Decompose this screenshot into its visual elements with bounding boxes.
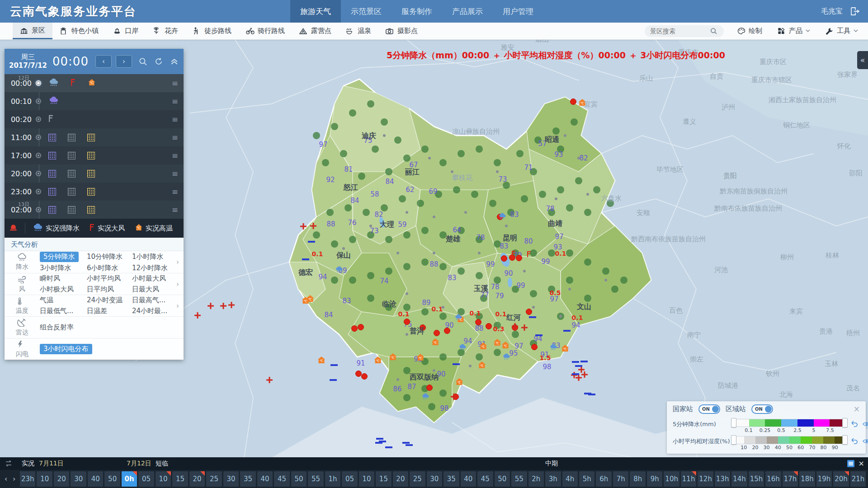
station-dot[interactable] <box>575 177 582 184</box>
time-step-button[interactable]: 10 <box>156 471 171 487</box>
station-dot[interactable] <box>439 389 447 397</box>
time-step-button[interactable]: 30 <box>71 471 86 487</box>
station-dot[interactable] <box>530 290 537 297</box>
station-dot[interactable] <box>385 267 392 275</box>
analysis-item[interactable]: 瞬时风 <box>40 274 87 283</box>
close-icon[interactable]: × <box>854 404 860 413</box>
user-name[interactable]: 毛兆宝 <box>821 7 843 16</box>
time-row-radio[interactable] <box>36 135 41 140</box>
station-dot[interactable] <box>439 353 447 361</box>
station-dot[interactable] <box>417 200 424 207</box>
nav-item[interactable]: 服务制作 <box>392 0 442 23</box>
time-step-button[interactable]: 40 <box>257 471 273 487</box>
time-step-button[interactable]: 20 <box>54 471 69 487</box>
time-row-radio[interactable] <box>36 153 41 158</box>
time-row[interactable]: 00:10≡ <box>5 92 184 110</box>
station-dot[interactable] <box>476 353 483 361</box>
alert-pin[interactable] <box>352 326 358 332</box>
station-dot[interactable] <box>566 277 573 284</box>
station-dot[interactable] <box>611 286 618 293</box>
time-step-button[interactable]: 6h <box>596 471 611 487</box>
toolbar-tool[interactable]: 工具 <box>826 27 858 35</box>
station-dot[interactable] <box>516 150 524 157</box>
analysis-item[interactable]: 气温 <box>40 296 87 305</box>
station-dot[interactable] <box>372 145 379 153</box>
toolbar-item[interactable]: 口岸 <box>106 23 146 39</box>
station-dot[interactable] <box>331 240 338 248</box>
toggle-switch[interactable]: ON <box>698 404 720 414</box>
time-step-button[interactable]: 21h <box>850 471 866 487</box>
alert-pin[interactable] <box>532 344 538 350</box>
row-menu-icon[interactable]: ≡ <box>172 133 178 142</box>
analysis-item[interactable]: 24小时最... <box>132 306 176 316</box>
station-dot[interactable] <box>602 267 609 275</box>
time-row[interactable]: 11:00≡ <box>5 128 184 146</box>
station-dot[interactable] <box>403 394 410 401</box>
station-dot[interactable] <box>322 159 329 166</box>
time-row[interactable]: 12日00:00℃≡ <box>5 74 184 92</box>
time-step-button[interactable]: 35 <box>240 471 255 487</box>
alert-pin[interactable] <box>444 328 450 334</box>
analysis-item[interactable]: 3小时降水 <box>40 263 87 273</box>
time-row[interactable]: 23:00≡ <box>5 183 184 201</box>
toolbar-item[interactable]: 骑行路线 <box>239 23 292 39</box>
station-dot[interactable] <box>471 191 478 198</box>
time-step-button[interactable]: 12h <box>698 471 713 487</box>
alert-pin[interactable] <box>486 324 492 329</box>
time-step-button[interactable]: 11h <box>681 471 696 487</box>
station-dot[interactable] <box>439 159 447 166</box>
station-dot[interactable] <box>566 204 573 211</box>
time-row-radio[interactable] <box>36 80 41 86</box>
toolbar-tool[interactable]: 绘制 <box>737 27 762 35</box>
nav-item[interactable]: 示范景区 <box>341 0 392 23</box>
station-dot[interactable] <box>326 209 334 216</box>
time-step-button[interactable]: 5h <box>579 471 594 487</box>
nav-item[interactable]: 用户管理 <box>493 0 543 23</box>
station-dot[interactable] <box>367 295 374 302</box>
row-menu-icon[interactable]: ≡ <box>172 205 178 214</box>
time-step-button[interactable]: 4h <box>562 471 578 487</box>
analysis-item[interactable]: 小时最大风 <box>132 274 176 283</box>
alert-pin[interactable] <box>434 330 440 336</box>
undo-icon[interactable] <box>850 437 858 444</box>
station-dot[interactable] <box>385 236 392 243</box>
station-dot[interactable] <box>458 308 465 315</box>
station-dot[interactable] <box>399 195 406 202</box>
time-step-button[interactable]: 50 <box>104 471 120 487</box>
time-step-button[interactable]: 15 <box>376 471 391 487</box>
row-menu-icon[interactable]: ≡ <box>172 169 178 178</box>
scale-handle-left[interactable] <box>731 435 736 445</box>
analysis-item[interactable]: 组合反射率 <box>40 323 87 332</box>
station-dot[interactable] <box>584 258 591 266</box>
station-dot[interactable] <box>458 349 465 356</box>
analysis-item[interactable]: 日最大风 <box>132 285 176 294</box>
station-dot[interactable] <box>584 209 591 216</box>
logout-icon[interactable] <box>850 7 860 16</box>
swap-rows-icon[interactable] <box>5 460 13 467</box>
time-step-button[interactable]: 55 <box>308 471 323 487</box>
undo-icon[interactable] <box>850 420 858 427</box>
time-step-button[interactable]: 20h <box>833 471 849 487</box>
time-step-button[interactable]: 05 <box>138 471 154 487</box>
time-step-button[interactable]: 10 <box>359 471 374 487</box>
toolbar-item[interactable]: 露营点 <box>292 23 339 39</box>
station-dot[interactable] <box>620 277 627 284</box>
alert-pin[interactable] <box>427 385 433 391</box>
station-dot[interactable] <box>363 209 370 216</box>
station-dot[interactable] <box>344 204 352 211</box>
toolbar-item[interactable]: 特色小镇 <box>52 23 106 39</box>
station-dot[interactable] <box>566 249 573 257</box>
panel-search-icon[interactable] <box>138 56 148 66</box>
station-dot[interactable] <box>403 263 410 270</box>
analysis-item[interactable]: 日最低气... <box>40 306 87 316</box>
search-input[interactable] <box>649 27 710 35</box>
time-step-button[interactable]: 15 <box>172 471 188 487</box>
station-dot[interactable] <box>512 331 519 338</box>
station-dot[interactable] <box>403 231 410 239</box>
station-dot[interactable] <box>489 200 496 207</box>
station-dot[interactable] <box>367 272 374 279</box>
alert-pin[interactable] <box>476 319 481 325</box>
nav-item[interactable]: 产品展示 <box>442 0 493 23</box>
eye-icon[interactable] <box>863 437 868 444</box>
station-dot[interactable] <box>476 272 483 279</box>
